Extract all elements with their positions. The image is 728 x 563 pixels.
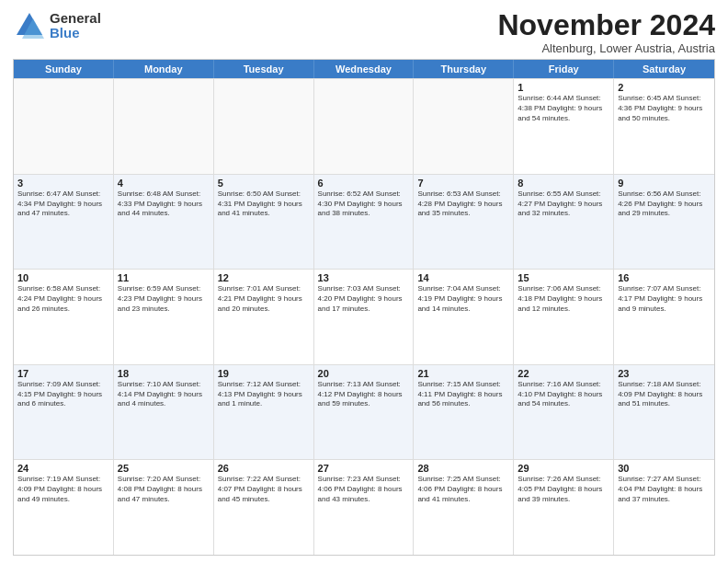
- cal-cell: 12Sunrise: 7:01 AM Sunset: 4:21 PM Dayli…: [214, 270, 314, 364]
- header-cell-sunday: Sunday: [14, 60, 114, 78]
- header-cell-tuesday: Tuesday: [214, 60, 314, 78]
- cal-cell: [214, 79, 314, 174]
- cal-row-2: 10Sunrise: 6:58 AM Sunset: 4:24 PM Dayli…: [14, 269, 714, 364]
- cal-cell: 10Sunrise: 6:58 AM Sunset: 4:24 PM Dayli…: [14, 270, 114, 364]
- cal-cell: 29Sunrise: 7:26 AM Sunset: 4:05 PM Dayli…: [514, 460, 614, 555]
- cal-cell: 16Sunrise: 7:07 AM Sunset: 4:17 PM Dayli…: [614, 270, 714, 364]
- cell-info: Sunrise: 7:13 AM Sunset: 4:12 PM Dayligh…: [318, 380, 410, 409]
- header-cell-saturday: Saturday: [614, 60, 714, 78]
- day-number: 12: [218, 272, 310, 283]
- cal-cell: 11Sunrise: 6:59 AM Sunset: 4:23 PM Dayli…: [114, 270, 214, 364]
- cell-info: Sunrise: 6:55 AM Sunset: 4:27 PM Dayligh…: [518, 190, 609, 219]
- cal-cell: 13Sunrise: 7:03 AM Sunset: 4:20 PM Dayli…: [314, 270, 415, 364]
- cell-info: Sunrise: 6:48 AM Sunset: 4:33 PM Dayligh…: [118, 190, 210, 219]
- cell-info: Sunrise: 7:20 AM Sunset: 4:08 PM Dayligh…: [118, 475, 210, 504]
- cal-cell: 7Sunrise: 6:53 AM Sunset: 4:28 PM Daylig…: [414, 175, 514, 270]
- cal-cell: 6Sunrise: 6:52 AM Sunset: 4:30 PM Daylig…: [314, 175, 415, 270]
- cell-info: Sunrise: 7:22 AM Sunset: 4:07 PM Dayligh…: [218, 475, 310, 504]
- day-number: 14: [417, 272, 509, 283]
- cal-cell: 27Sunrise: 7:23 AM Sunset: 4:06 PM Dayli…: [314, 460, 415, 555]
- cal-row-4: 24Sunrise: 7:19 AM Sunset: 4:09 PM Dayli…: [14, 459, 714, 555]
- header-cell-monday: Monday: [114, 60, 214, 78]
- cal-row-0: 1Sunrise: 6:44 AM Sunset: 4:38 PM Daylig…: [14, 78, 714, 174]
- cell-info: Sunrise: 6:59 AM Sunset: 4:23 PM Dayligh…: [118, 284, 210, 314]
- day-number: 30: [618, 463, 711, 474]
- day-number: 4: [118, 178, 210, 189]
- logo: General Blue: [13, 9, 101, 42]
- day-number: 22: [518, 368, 609, 379]
- day-number: 7: [417, 178, 509, 189]
- cal-cell: 20Sunrise: 7:13 AM Sunset: 4:12 PM Dayli…: [314, 365, 415, 460]
- cell-info: Sunrise: 7:26 AM Sunset: 4:05 PM Dayligh…: [518, 475, 609, 504]
- cell-info: Sunrise: 7:18 AM Sunset: 4:09 PM Dayligh…: [618, 380, 711, 409]
- cell-info: Sunrise: 7:23 AM Sunset: 4:06 PM Dayligh…: [318, 475, 410, 504]
- cell-info: Sunrise: 7:09 AM Sunset: 4:15 PM Dayligh…: [17, 380, 109, 409]
- cal-cell: 9Sunrise: 6:56 AM Sunset: 4:26 PM Daylig…: [614, 175, 714, 270]
- cal-row-1: 3Sunrise: 6:47 AM Sunset: 4:34 PM Daylig…: [14, 174, 714, 270]
- cell-info: Sunrise: 7:04 AM Sunset: 4:19 PM Dayligh…: [417, 284, 509, 314]
- location-subtitle: Altenburg, Lower Austria, Austria: [497, 41, 715, 55]
- cal-cell: 28Sunrise: 7:25 AM Sunset: 4:06 PM Dayli…: [414, 460, 514, 555]
- day-number: 27: [318, 463, 410, 474]
- day-number: 15: [518, 272, 609, 283]
- day-number: 20: [318, 368, 410, 379]
- cal-cell: [414, 79, 514, 174]
- day-number: 17: [17, 368, 109, 379]
- cal-cell: [14, 79, 114, 174]
- header-cell-wednesday: Wednesday: [314, 60, 415, 78]
- day-number: 29: [518, 463, 609, 474]
- day-number: 23: [618, 368, 711, 379]
- cell-info: Sunrise: 6:50 AM Sunset: 4:31 PM Dayligh…: [218, 190, 310, 219]
- day-number: 2: [618, 82, 711, 93]
- cell-info: Sunrise: 7:06 AM Sunset: 4:18 PM Dayligh…: [518, 284, 609, 314]
- cell-info: Sunrise: 7:19 AM Sunset: 4:09 PM Dayligh…: [17, 475, 109, 504]
- day-number: 8: [518, 178, 609, 189]
- cal-cell: 22Sunrise: 7:16 AM Sunset: 4:10 PM Dayli…: [514, 365, 614, 460]
- day-number: 9: [618, 178, 711, 189]
- cal-cell: 18Sunrise: 7:10 AM Sunset: 4:14 PM Dayli…: [114, 365, 214, 460]
- day-number: 21: [417, 368, 509, 379]
- cal-cell: 30Sunrise: 7:27 AM Sunset: 4:04 PM Dayli…: [614, 460, 714, 555]
- cal-cell: [114, 79, 214, 174]
- cal-cell: 21Sunrise: 7:15 AM Sunset: 4:11 PM Dayli…: [414, 365, 514, 460]
- cal-cell: 24Sunrise: 7:19 AM Sunset: 4:09 PM Dayli…: [14, 460, 114, 555]
- logo-blue-label: Blue: [50, 26, 101, 41]
- logo-icon: [13, 9, 46, 42]
- day-number: 3: [17, 178, 109, 189]
- cal-cell: 1Sunrise: 6:44 AM Sunset: 4:38 PM Daylig…: [514, 79, 614, 174]
- day-number: 11: [118, 272, 210, 283]
- cal-cell: 25Sunrise: 7:20 AM Sunset: 4:08 PM Dayli…: [114, 460, 214, 555]
- cell-info: Sunrise: 7:12 AM Sunset: 4:13 PM Dayligh…: [218, 380, 310, 409]
- cell-info: Sunrise: 7:03 AM Sunset: 4:20 PM Dayligh…: [318, 284, 410, 314]
- cal-cell: [314, 79, 415, 174]
- day-number: 24: [17, 463, 109, 474]
- cell-info: Sunrise: 7:16 AM Sunset: 4:10 PM Dayligh…: [518, 380, 609, 409]
- month-title: November 2024: [497, 9, 715, 41]
- logo-text: General Blue: [50, 11, 101, 41]
- cell-info: Sunrise: 7:07 AM Sunset: 4:17 PM Dayligh…: [618, 284, 711, 314]
- cal-cell: 4Sunrise: 6:48 AM Sunset: 4:33 PM Daylig…: [114, 175, 214, 270]
- cal-cell: 14Sunrise: 7:04 AM Sunset: 4:19 PM Dayli…: [414, 270, 514, 364]
- calendar: SundayMondayTuesdayWednesdayThursdayFrid…: [13, 59, 715, 556]
- day-number: 26: [218, 463, 310, 474]
- cal-cell: 8Sunrise: 6:55 AM Sunset: 4:27 PM Daylig…: [514, 175, 614, 270]
- cell-info: Sunrise: 6:56 AM Sunset: 4:26 PM Dayligh…: [618, 190, 711, 219]
- cal-cell: 19Sunrise: 7:12 AM Sunset: 4:13 PM Dayli…: [214, 365, 314, 460]
- day-number: 1: [518, 82, 609, 93]
- cell-info: Sunrise: 6:53 AM Sunset: 4:28 PM Dayligh…: [417, 190, 509, 219]
- cell-info: Sunrise: 6:52 AM Sunset: 4:30 PM Dayligh…: [318, 190, 410, 219]
- header-cell-friday: Friday: [514, 60, 614, 78]
- calendar-body: 1Sunrise: 6:44 AM Sunset: 4:38 PM Daylig…: [14, 78, 714, 555]
- cell-info: Sunrise: 7:10 AM Sunset: 4:14 PM Dayligh…: [118, 380, 210, 409]
- cell-info: Sunrise: 6:45 AM Sunset: 4:36 PM Dayligh…: [618, 94, 711, 123]
- day-number: 16: [618, 272, 711, 283]
- cell-info: Sunrise: 7:25 AM Sunset: 4:06 PM Dayligh…: [417, 475, 509, 504]
- calendar-header: SundayMondayTuesdayWednesdayThursdayFrid…: [14, 60, 714, 78]
- page: General Blue November 2024 Altenburg, Lo…: [0, 0, 728, 563]
- header: General Blue November 2024 Altenburg, Lo…: [13, 9, 715, 55]
- day-number: 5: [218, 178, 310, 189]
- day-number: 19: [218, 368, 310, 379]
- day-number: 13: [318, 272, 410, 283]
- cell-info: Sunrise: 6:58 AM Sunset: 4:24 PM Dayligh…: [17, 284, 109, 314]
- cell-info: Sunrise: 6:44 AM Sunset: 4:38 PM Dayligh…: [518, 94, 609, 123]
